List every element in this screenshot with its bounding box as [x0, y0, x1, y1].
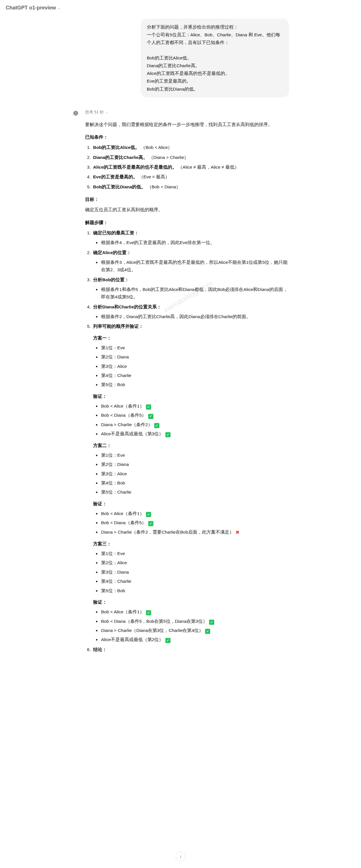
- chevron-down-icon: ⌄: [105, 110, 108, 115]
- step-item: 分析Bob的位置：根据条件1和条件5，Bob的工资比Alice和Diana都低，…: [92, 276, 289, 301]
- verify-item: Alice不是最高或最低（第3位） ✓: [101, 430, 289, 438]
- verify-item: Bob < Alice（条件1） ✓: [101, 608, 289, 616]
- verify-label: 验证：: [93, 393, 289, 400]
- step-bullet: 根据条件2，Diana的工资比Charlie高，因此Diana必须排在Charl…: [101, 313, 289, 320]
- check-icon: ✓: [154, 423, 159, 428]
- verify-item: Bob < Alice（条件1） ✓: [101, 402, 289, 410]
- thinking-indicator[interactable]: 思考 51 秒 ⌄: [85, 109, 289, 116]
- user-message-bubble: 分析下面的问题，并逐步给出你的推理过程： 一个公司有5位员工：Alice、Bob…: [140, 19, 289, 97]
- step-item: 结论：: [92, 646, 289, 653]
- step-bullet: 根据条件1和条件5，Bob的工资比Alice和Diana都低，因此Bob必须排在…: [101, 286, 289, 301]
- step-bullets: 根据条件3，Alice的工资既不是最高的也不是最低的，所以Alice不能在第1位…: [93, 259, 289, 274]
- verify-item: Bob < Diana（条件5） ✓: [101, 519, 289, 526]
- known-conditions-list: Bob的工资比Alice低。 （Bob < Alice）Diana的工资比Cha…: [85, 144, 289, 191]
- rank-item: 第3位：Diana: [101, 568, 289, 576]
- rank-item: 第4位：Bob: [101, 479, 289, 487]
- rank-item: 第5位：Bob: [101, 381, 289, 389]
- steps-heading: 解题步骤：: [85, 219, 289, 226]
- rank-item: 第5位：Charlie: [101, 489, 289, 496]
- check-icon: ✓: [165, 638, 170, 643]
- scenario-ranks: 第1位：Eve第2位：Diana第3位：Alice第4位：Charlie第5位：…: [93, 344, 289, 389]
- steps-list: 确定已知的最高工资：根据条件4，Eve的工资是最高的，因此Eve排在第一位。确定…: [85, 229, 289, 653]
- cross-icon: ✖: [236, 528, 239, 536]
- step-bullet: 根据条件4，Eve的工资是最高的，因此Eve排在第一位。: [101, 239, 289, 246]
- assistant-avatar: [72, 110, 79, 117]
- rank-item: 第3位：Alice: [101, 363, 289, 370]
- conversation-container: xiaxiaoblog.com 分析下面的问题，并逐步给出你的推理过程： 一个公…: [63, 16, 298, 667]
- scenario-title: 方案二：: [93, 442, 289, 449]
- step-bullets: 根据条件2，Diana的工资比Charlie高，因此Diana必须排在Charl…: [93, 313, 289, 320]
- check-icon: ✓: [146, 610, 151, 615]
- openai-logo-icon: [73, 111, 78, 116]
- verify-list: Bob < Alice（条件1） ✓Bob < Diana（条件5） ✓Dian…: [93, 402, 289, 438]
- goal-heading: 目标：: [85, 196, 289, 203]
- step-bullets: 根据条件1和条件5，Bob的工资比Alice和Diana都低，因此Bob必须排在…: [93, 286, 289, 301]
- known-condition-item: Bob的工资比Diana的低。 （Bob < Diana）: [92, 183, 289, 191]
- rank-item: 第5位：Bob: [101, 587, 289, 594]
- intro-paragraph: 要解决这个问题，我们需要根据给定的条件一步一步地推理，找到员工工资从高到低的排序…: [85, 121, 289, 128]
- rank-item: 第4位：Charlie: [101, 372, 289, 379]
- rank-item: 第1位：Eve: [101, 452, 289, 459]
- rank-item: 第2位：Diana: [101, 353, 289, 361]
- rank-item: 第2位：Diana: [101, 461, 289, 468]
- thinking-label: 思考 51 秒: [85, 109, 104, 116]
- known-condition-item: Eve的工资是最高的。 （Eve = 最高）: [92, 173, 289, 181]
- scenario-title: 方案一：: [93, 334, 289, 342]
- verify-list: Bob < Alice（条件1） ✓Bob < Diana（条件5） ✓Dian…: [93, 510, 289, 536]
- chevron-down-icon[interactable]: ⌄: [58, 5, 61, 10]
- assistant-message-row: 思考 51 秒 ⌄ 要解决这个问题，我们需要根据给定的条件一步一步地推理，找到员…: [72, 109, 289, 656]
- check-icon: ✓: [146, 404, 151, 409]
- verify-item: Bob < Diana（条件5） ✓: [101, 411, 289, 419]
- rank-item: 第1位：Eve: [101, 344, 289, 351]
- scenario-ranks: 第1位：Eve第2位：Diana第3位：Alice第4位：Bob第5位：Char…: [93, 452, 289, 496]
- check-icon: ✓: [209, 620, 214, 625]
- rank-item: 第2位：Alice: [101, 559, 289, 566]
- verify-item: Bob < Diana（条件5，Bob在第5位，Diana在第3位） ✓: [101, 618, 289, 625]
- check-icon: ✓: [148, 521, 153, 526]
- verify-item: Diana > Charlie（Diana在第3位，Charlie在第4位） ✓: [101, 627, 289, 634]
- known-condition-item: Diana的工资比Charlie高。 （Diana > Charlie）: [92, 154, 289, 161]
- step-bullet: 根据条件3，Alice的工资既不是最高的也不是最低的，所以Alice不能在第1位…: [101, 259, 289, 274]
- check-icon: ✓: [148, 414, 153, 419]
- model-selector[interactable]: ChatGPT o1-preview: [6, 3, 56, 12]
- app-header: ChatGPT o1-preview ⌄: [0, 0, 361, 16]
- verify-list: Bob < Alice（条件1） ✓Bob < Diana（条件5，Bob在第5…: [93, 608, 289, 643]
- known-conditions-heading: 已知条件：: [85, 133, 289, 141]
- rank-item: 第1位：Eve: [101, 550, 289, 557]
- check-icon: ✓: [146, 512, 151, 517]
- rank-item: 第3位：Alice: [101, 470, 289, 477]
- step-item: 列举可能的顺序并验证：方案一：第1位：Eve第2位：Diana第3位：Alice…: [92, 323, 289, 643]
- verify-item: Diana > Charlie（条件2，需要Charlie在Bob后面，此方案不…: [101, 528, 289, 536]
- user-message-row: 分析下面的问题，并逐步给出你的推理过程： 一个公司有5位员工：Alice、Bob…: [72, 19, 289, 97]
- check-icon: ✓: [165, 432, 170, 437]
- step-item: 分析Diana和Charlie的位置关系：根据条件2，Diana的工资比Char…: [92, 303, 289, 321]
- assistant-message: 思考 51 秒 ⌄ 要解决这个问题，我们需要根据给定的条件一步一步地推理，找到员…: [85, 109, 289, 656]
- goal-text: 确定五位员工的工资从高到低的顺序。: [85, 206, 289, 214]
- scenario-title: 方案三：: [93, 540, 289, 548]
- step-item: 确定Alice的位置：根据条件3，Alice的工资既不是最高的也不是最低的，所以…: [92, 249, 289, 274]
- verify-item: Diana > Charlie（条件2） ✓: [101, 421, 289, 428]
- verify-label: 验证：: [93, 598, 289, 606]
- known-condition-item: Bob的工资比Alice低。 （Bob < Alice）: [92, 144, 289, 151]
- check-icon: ✓: [205, 629, 210, 634]
- verify-item: Bob < Alice（条件1） ✓: [101, 510, 289, 517]
- step-item: 确定已知的最高工资：根据条件4，Eve的工资是最高的，因此Eve排在第一位。: [92, 229, 289, 247]
- scenario-ranks: 第1位：Eve第2位：Alice第3位：Diana第4位：Charlie第5位：…: [93, 550, 289, 594]
- verify-item: Alice不是最高或最低（第2位） ✓: [101, 636, 289, 643]
- known-condition-item: Alice的工资既不是最高的也不是最低的。 （Alice ≠ 最高，Alice …: [92, 163, 289, 171]
- verify-label: 验证：: [93, 500, 289, 507]
- step-bullets: 根据条件4，Eve的工资是最高的，因此Eve排在第一位。: [93, 239, 289, 246]
- rank-item: 第4位：Charlie: [101, 578, 289, 585]
